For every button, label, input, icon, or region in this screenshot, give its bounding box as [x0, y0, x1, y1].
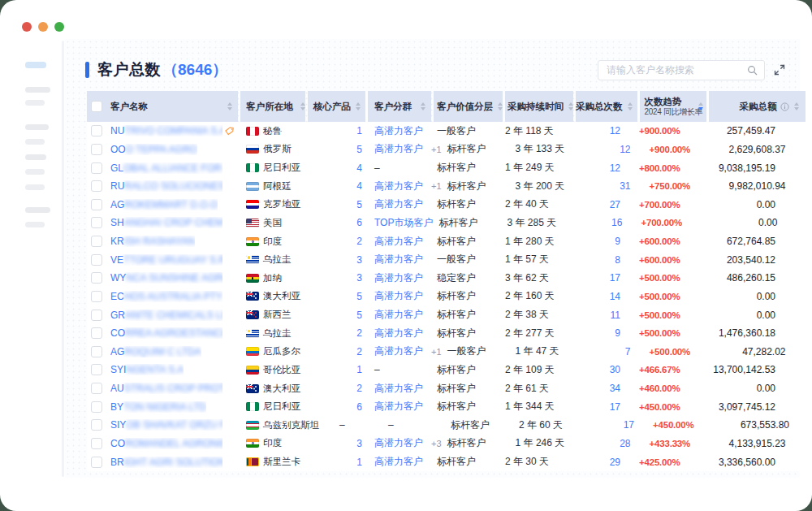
select-all-checkbox[interactable]	[91, 101, 102, 112]
customer-name-link[interactable]: SYINGENTA S.A	[110, 364, 184, 375]
sidebar-item-skeleton[interactable]	[25, 207, 50, 213]
customer-name-link[interactable]: GLOBAL ALLIANCE FOR CHEMICA...	[110, 162, 222, 174]
segment-link[interactable]: 高潜力客户	[374, 142, 423, 156]
row-checkbox[interactable]	[91, 346, 102, 357]
segment-link[interactable]: TOP市场客户	[374, 216, 433, 230]
row-checkbox[interactable]	[91, 419, 102, 431]
col-header-duration[interactable]: 采购持续时间	[505, 91, 573, 122]
sidebar-item-skeleton[interactable]	[25, 222, 45, 227]
segment-link[interactable]: 高潜力客户	[374, 327, 423, 340]
customer-name-link[interactable]: WYNCA SUNSHINE AGRO PRODU...	[110, 272, 222, 284]
core-product-count[interactable]: 1	[356, 364, 362, 375]
core-product-count[interactable]: 5	[356, 310, 362, 321]
purchase-count[interactable]: 12	[620, 144, 630, 155]
customer-name-link[interactable]: OOO TEPPA AGRO	[110, 144, 197, 155]
core-product-count[interactable]: 2	[356, 346, 362, 357]
core-product-count[interactable]: 5	[356, 291, 362, 302]
row-checkbox[interactable]	[91, 364, 102, 375]
sidebar-item-skeleton[interactable]	[25, 139, 45, 145]
row-checkbox[interactable]	[91, 310, 102, 321]
segment-link[interactable]: 高潜力客户	[374, 124, 423, 138]
row-checkbox[interactable]	[91, 327, 102, 339]
core-product-count[interactable]: 2	[356, 327, 362, 339]
col-header-purchases[interactable]: 采购总次数	[576, 91, 637, 122]
row-checkbox[interactable]	[91, 180, 102, 192]
purchase-count[interactable]: 17	[624, 419, 634, 431]
customer-name-link[interactable]: ECHOS AUSTRALIA PTY LIMITED	[110, 291, 222, 302]
core-product-count[interactable]: 6	[356, 217, 362, 228]
segment-link[interactable]: 高潜力客户	[374, 235, 423, 249]
customer-name-link[interactable]: SIYOB SHAVKAT ORZU FERMERX...	[110, 419, 222, 431]
purchase-count[interactable]: 29	[610, 457, 620, 468]
customer-name-link[interactable]: AGROQUIM C LTDA	[110, 346, 201, 357]
col-header-name[interactable]: 客户名称	[87, 91, 238, 122]
core-product-count[interactable]: 2	[356, 383, 362, 394]
core-product-count[interactable]: 2	[356, 236, 362, 247]
row-checkbox[interactable]	[91, 217, 102, 228]
row-checkbox[interactable]	[91, 272, 102, 284]
customer-name-link[interactable]: GRANITE CHEMICALS LIMITED	[110, 310, 222, 321]
col-header-location[interactable]: 客户所在地	[240, 91, 305, 122]
customer-name-link[interactable]: BRIGHT AGRI SOLUTIONS PVT LTD	[110, 457, 222, 468]
col-header-tier[interactable]: 客户价值分层	[434, 91, 503, 122]
core-product-count[interactable]: 5	[356, 144, 362, 155]
segment-link[interactable]: 高潜力客户	[374, 253, 423, 266]
customer-name-link[interactable]: KRISH RASHAYAN	[110, 236, 195, 247]
customer-name-link[interactable]: COROMANDEL AGRONICA PRIVATE ...	[110, 438, 222, 449]
row-checkbox[interactable]	[91, 401, 102, 413]
customer-name-link[interactable]: AGROKEMMART D.O.O	[110, 199, 218, 210]
purchase-count[interactable]: 9	[615, 327, 620, 339]
minimize-button[interactable]	[38, 22, 48, 32]
purchase-count[interactable]: 8	[615, 254, 620, 266]
segment-link[interactable]: 高潜力客户	[374, 289, 423, 303]
core-product-count[interactable]: 3	[356, 272, 362, 284]
row-checkbox[interactable]	[91, 438, 102, 449]
core-product-count[interactable]: 4	[356, 162, 362, 174]
purchase-count[interactable]: 14	[610, 291, 620, 302]
close-button[interactable]	[22, 22, 32, 32]
purchase-count[interactable]: 7	[625, 346, 631, 357]
sidebar-item-active[interactable]	[25, 62, 46, 68]
segment-link[interactable]: 高潜力客户	[374, 344, 423, 358]
core-product-count[interactable]: 6	[356, 401, 362, 413]
sidebar-item-skeleton[interactable]	[25, 184, 45, 190]
fullscreen-icon[interactable]	[774, 64, 785, 76]
core-product-count[interactable]: 5	[356, 199, 362, 210]
customer-name-link[interactable]: AUSTRALIS CROP PROTECTIONP...	[110, 383, 222, 394]
customer-name-link[interactable]: RURALCO SOLUCIONES S.A	[110, 180, 222, 192]
col-header-trend[interactable]: 次数趋势2024 同比增长率	[640, 91, 706, 122]
row-checkbox[interactable]	[91, 162, 102, 174]
row-checkbox[interactable]	[91, 199, 102, 210]
row-checkbox[interactable]	[91, 291, 102, 302]
sidebar-item-skeleton[interactable]	[25, 154, 46, 160]
row-checkbox[interactable]	[91, 144, 102, 155]
core-product-count[interactable]: 3	[356, 438, 362, 449]
search-icon[interactable]	[747, 65, 758, 76]
search-box[interactable]	[598, 60, 765, 80]
purchase-count[interactable]: 30	[610, 364, 620, 375]
core-product-count[interactable]: 1	[356, 125, 362, 136]
purchase-count[interactable]: 9	[615, 236, 620, 247]
col-header-segment[interactable]: 客户分群	[368, 91, 431, 122]
customer-name-link[interactable]: BYTON NIGERIA LTD	[110, 401, 206, 413]
customer-name-link[interactable]: CORREA AGROESTANCIA AGROR...	[110, 327, 222, 339]
segment-link[interactable]: 高潜力客户	[374, 197, 423, 211]
row-checkbox[interactable]	[91, 254, 102, 266]
segment-link[interactable]: 高潜力客户	[374, 271, 423, 285]
purchase-count[interactable]: 12	[610, 162, 620, 174]
row-checkbox[interactable]	[91, 457, 102, 468]
segment-link[interactable]: 高潜力客户	[374, 400, 423, 414]
purchase-count[interactable]: 16	[611, 217, 622, 228]
sidebar-item-skeleton[interactable]	[25, 124, 49, 130]
sidebar-item-skeleton[interactable]	[25, 169, 45, 175]
purchase-count[interactable]: 17	[610, 272, 620, 284]
row-checkbox[interactable]	[91, 383, 102, 394]
core-product-count[interactable]: 1	[356, 457, 362, 468]
purchase-count[interactable]: 28	[620, 438, 630, 449]
purchase-count[interactable]: 31	[620, 180, 630, 192]
segment-link[interactable]: 高潜力客户	[374, 436, 423, 450]
segment-link[interactable]: 高潜力客户	[374, 180, 423, 193]
customer-name-link[interactable]: SHANGHAI CROP CHEM	[110, 217, 222, 228]
customer-name-link[interactable]: NUTRIVO COMPANIA S.A.C	[110, 125, 222, 136]
sidebar-item-skeleton[interactable]	[25, 87, 50, 93]
